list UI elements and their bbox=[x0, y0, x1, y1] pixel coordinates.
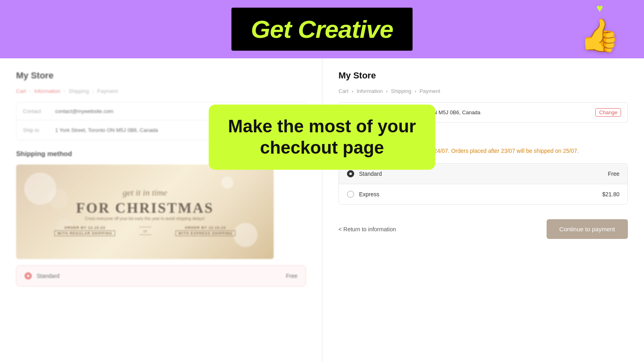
banner-date1: ORDER BY 12.15.23 WITH REGULAR SHIPPING bbox=[54, 226, 115, 236]
left-store-name: My Store bbox=[16, 70, 306, 81]
banner-date2-label: ORDER BY 12.15.23 bbox=[175, 226, 235, 230]
right-option-express[interactable]: Express $21.80 bbox=[339, 184, 627, 204]
left-shipping-label: Standard bbox=[37, 273, 60, 279]
breadcrumb-payment: Payment bbox=[97, 88, 118, 94]
right-standard-price: Free bbox=[608, 171, 619, 177]
right-breadcrumb-info[interactable]: Information bbox=[357, 88, 383, 94]
continue-button[interactable]: Continue to payment bbox=[547, 219, 628, 239]
change-button-right[interactable]: Change bbox=[595, 108, 621, 117]
banner-main: FOR CHRISTMAS bbox=[76, 200, 214, 216]
contact-label: Contact bbox=[23, 108, 55, 114]
heart-icon: ♥ bbox=[597, 2, 603, 15]
bokeh2 bbox=[48, 189, 68, 209]
main-content: My Store Cart › Information › Shipping ›… bbox=[0, 58, 644, 362]
right-standard-label: Standard bbox=[359, 171, 382, 177]
callout-overlay: Make the most of your checkout page bbox=[209, 105, 436, 170]
or-line1 bbox=[139, 227, 151, 227]
left-shipping-price: Free bbox=[286, 273, 297, 279]
back-link[interactable]: < Return to information bbox=[339, 226, 396, 232]
radio-express-unselected[interactable] bbox=[347, 191, 354, 198]
left-radio-standard[interactable] bbox=[25, 272, 32, 280]
left-shipping-option-standard[interactable]: Standard Free bbox=[16, 265, 306, 286]
left-panel: My Store Cart › Information › Shipping ›… bbox=[0, 58, 322, 362]
breadcrumb-info[interactable]: Information bbox=[34, 88, 60, 94]
left-breadcrumb: Cart › Information › Shipping › Payment bbox=[16, 88, 306, 94]
right-breadcrumb: Cart › Information › Shipping › Payment bbox=[339, 88, 628, 94]
right-express-price: $21.80 bbox=[602, 191, 619, 197]
right-breadcrumb-cart[interactable]: Cart bbox=[339, 88, 349, 94]
or-line2 bbox=[139, 234, 151, 235]
bottom-nav: < Return to information Continue to paym… bbox=[339, 213, 628, 245]
breadcrumb-shipping[interactable]: Shipping bbox=[68, 88, 89, 94]
banner-date1-type: WITH REGULAR SHIPPING bbox=[54, 230, 115, 236]
christmas-banner: get it in time FOR CHRISTMAS Cross every… bbox=[16, 165, 274, 259]
radio-standard-selected[interactable] bbox=[347, 170, 354, 177]
banner-italic: get it in time bbox=[123, 187, 167, 198]
right-panel: My Store Cart › Information › Shipping ›… bbox=[322, 58, 644, 362]
right-store-name: My Store bbox=[339, 70, 628, 81]
header: Get Creative ♥ 👍 bbox=[0, 0, 644, 58]
right-express-label: Express bbox=[359, 191, 380, 197]
bokeh5 bbox=[221, 177, 233, 189]
or-text: or bbox=[143, 228, 147, 233]
title-box: Get Creative bbox=[231, 8, 412, 51]
banner-or: or bbox=[139, 226, 151, 236]
right-breadcrumb-payment: Payment bbox=[419, 88, 440, 94]
ship-to-label: Ship to bbox=[23, 127, 55, 133]
thumbs-up-container: ♥ 👍 bbox=[580, 2, 620, 54]
callout-line1: Make the most of your checkout page bbox=[228, 116, 416, 158]
banner-date1-label: ORDER BY 12.15.23 bbox=[54, 226, 115, 230]
header-title: Get Creative bbox=[251, 15, 393, 43]
right-breadcrumb-shipping[interactable]: Shipping bbox=[391, 88, 411, 94]
banner-dates: ORDER BY 12.15.23 WITH REGULAR SHIPPING … bbox=[54, 226, 235, 236]
banner-date2: ORDER BY 12.15.23 WITH EXPRESS SHIPPING bbox=[175, 226, 235, 236]
banner-sub: Cross everyone off your list early this … bbox=[85, 216, 205, 221]
bokeh3 bbox=[233, 223, 258, 247]
breadcrumb-cart[interactable]: Cart bbox=[16, 88, 26, 94]
banner-date2-type: WITH EXPRESS SHIPPING bbox=[175, 230, 235, 236]
thumbs-up-icon: 👍 bbox=[580, 16, 620, 54]
